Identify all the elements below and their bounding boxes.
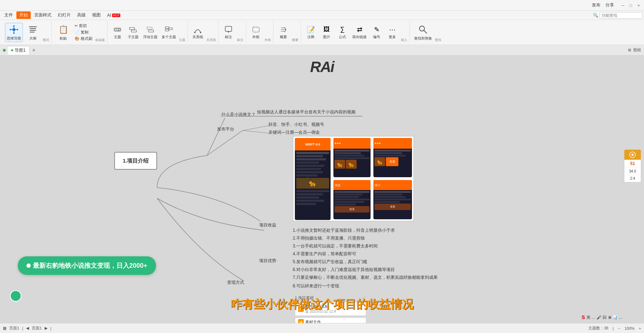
maximize-btn[interactable]: □ (628, 3, 633, 8)
status-zoom-out[interactable]: − (618, 326, 620, 331)
widget-number-2: 34.0 (624, 168, 641, 175)
publish-platform-label: 发布平台 (217, 125, 234, 132)
svg-rect-25 (253, 27, 259, 32)
app-screen-4-content: 提现 (333, 190, 371, 214)
file-2[interactable]: 📁 素材文件 (295, 317, 366, 323)
toolbar-subtopic-btn[interactable]: 子主题 (126, 25, 140, 40)
app-screen-2-images: 🐆 🐆 (334, 160, 369, 169)
svg-point-2 (13, 25, 15, 27)
tab-dot (11, 49, 13, 51)
publish-btn[interactable]: 发布 (592, 2, 600, 8)
file-2-icon: 📁 (298, 319, 304, 323)
platform-item-1: 抖音、快手、小红书、视频号 (268, 121, 324, 128)
menu-start[interactable]: 开始 (16, 11, 31, 19)
toolbar-group-annotation: 标注 标注 (219, 21, 246, 43)
status-separator-3: | (613, 326, 614, 331)
toolbar-bilink-btn[interactable]: ⇄ 双向链接 (351, 25, 368, 40)
tab-add-btn[interactable]: + (30, 47, 37, 54)
toolbar-copy-btn[interactable]: 📄 复制 (73, 29, 94, 35)
subtopic-icon (129, 25, 137, 34)
toolbar-annotation-btn[interactable]: 标注 (221, 25, 236, 40)
image-label: 图片 (323, 35, 330, 40)
copy-label: 复制 (81, 30, 89, 35)
cta-button[interactable]: 最新右豹地铁小说推文变现，日入2000+ (18, 256, 156, 275)
toolbar-note-btn[interactable]: 📝 注释 (304, 25, 318, 40)
subtitle-text: 咋有些小伙伴做这个项目的收益情况 (231, 297, 413, 312)
status-zoom-in[interactable]: + (639, 326, 641, 331)
find-label: 查找和替换 (414, 36, 432, 41)
multi-label: 多个主题 (162, 35, 176, 40)
search-input[interactable] (600, 12, 643, 19)
what-is-description: 短视频达人通过各媒体平台发布关于小说内容的视频 (257, 108, 356, 115)
note-label: 注释 (307, 35, 315, 40)
svg-rect-16 (131, 30, 136, 32)
toolbar-formula-btn[interactable]: ∑ 公式 (335, 25, 349, 40)
toolbar-group-topic: 主题 主题 子主题 浮动主题 多个主题 主题 (108, 21, 188, 43)
main-canvas[interactable]: RAi 1.项目介绍 什么是小说推文？ 短视频达人通过各媒体平台发布关于小说内容… (0, 56, 644, 323)
toolbar-group-summary: 概要 概要 (274, 21, 301, 43)
app-screen-1-header: WBPT 6.0 (295, 138, 331, 150)
svg-rect-11 (30, 30, 36, 31)
status-bar: ▦ 页面1 | ◀ 页面1 ▶ | 主题数：38 | − 100% + (0, 323, 644, 333)
toolbar-summary-btn[interactable]: 概要 (276, 25, 291, 40)
svg-point-8 (17, 29, 18, 30)
app-screen-5-header: 统计 (373, 180, 412, 190)
toolbar-float-btn[interactable]: 浮动主题 (142, 25, 159, 40)
more-label: 更多 (389, 35, 396, 40)
toolbar-group-insert: 📝 注释 🖼 图片 ∑ 公式 ⇄ 双向链接 ✎ 编号 ⋯ 更多 插入 (302, 21, 410, 43)
toolbar-topic-btn[interactable]: 主题 主题 (110, 25, 125, 40)
app-screen-3-header (373, 138, 412, 149)
share-btn[interactable]: 分享 (605, 2, 614, 8)
menu-slideshow[interactable]: 幻灯片 (55, 11, 74, 19)
toolbar-group-clipboard: 📋 粘贴 ✂ 剪切 📄 复制 🎨 格式刷 粘贴板 (52, 21, 107, 43)
svg-rect-15 (130, 27, 135, 30)
app-screen-3-images: 🐆 查看 (374, 157, 411, 166)
status-next-page[interactable]: ▶ (45, 326, 47, 331)
relation-icon (193, 25, 202, 34)
status-prev-page[interactable]: ◀ (26, 326, 29, 331)
bilink-label: 双向链接 (352, 35, 367, 40)
annotation-icon (224, 25, 233, 34)
menu-advanced[interactable]: 高级 (74, 11, 89, 19)
menu-ai[interactable]: AI HOT (104, 12, 123, 19)
border-icon (252, 25, 260, 34)
toolbar-format-btn[interactable]: 🎨 格式刷 (73, 36, 94, 42)
menu-file[interactable]: 文件 (1, 11, 16, 19)
menu-view[interactable]: 视图 (89, 11, 104, 19)
central-node[interactable]: 1.项目介绍 (114, 152, 157, 170)
toolbar-number-btn[interactable]: ✎ 编号 (369, 25, 384, 40)
toolbar-relation-btn[interactable]: 关系线 (191, 25, 205, 40)
toolbar-border-btn[interactable]: 外框 (249, 25, 263, 40)
toolbar-image-btn[interactable]: 🖼 图片 (320, 25, 334, 40)
tab-diagram1[interactable]: 导图1 (7, 46, 30, 55)
svg-rect-17 (147, 27, 152, 29)
toolbar-multi-btn[interactable]: 多个主题 (160, 25, 177, 40)
app-screen-3: 🐆 查看 (373, 138, 412, 177)
project-revenue-label: 项目收益 (259, 221, 276, 228)
minimize-btn[interactable]: ─ (620, 3, 625, 8)
toolbar-more-btn[interactable]: ⋯ 更多 (385, 25, 399, 40)
app-screen-2-content: 🐆 🐆 (333, 149, 371, 170)
menu-page-style[interactable]: 页面样式 (31, 11, 54, 19)
toolbar-mindmap-btn[interactable]: 思维导图 (5, 23, 23, 42)
paste-icon: 📋 (57, 24, 69, 35)
status-page-label: 页面1 (32, 326, 42, 331)
close-btn[interactable]: × (636, 3, 641, 8)
status-zoom: 100% (624, 326, 634, 331)
app-screen-5-content: 查看 (373, 190, 412, 211)
toolbar-cut-btn[interactable]: ✂ 剪切 (73, 23, 94, 29)
summary-label: 概要 (280, 35, 287, 40)
find-icon (417, 24, 429, 35)
toolbar-group-border: 外框 外框 (247, 21, 273, 43)
status-page-1: 页面1 (9, 326, 19, 331)
toolbar-paste-btn[interactable]: 📋 粘贴 (55, 23, 72, 42)
toolbar-find-btn[interactable]: 查找和替换 (413, 23, 433, 42)
advantage-3: 3.一台手机就可以搞定，不需要耗费太多时间 (293, 242, 378, 249)
toolbar-outline-btn[interactable]: 大纲 (24, 23, 41, 42)
image-icon: 🖼 (322, 25, 331, 34)
app-screen-1-content: 🐆 (295, 150, 331, 206)
note-icon: 📝 (307, 25, 315, 34)
toolbar-group-find: 查找和替换 查找 (411, 21, 443, 43)
svg-point-23 (200, 32, 201, 33)
svg-point-6 (10, 29, 11, 30)
